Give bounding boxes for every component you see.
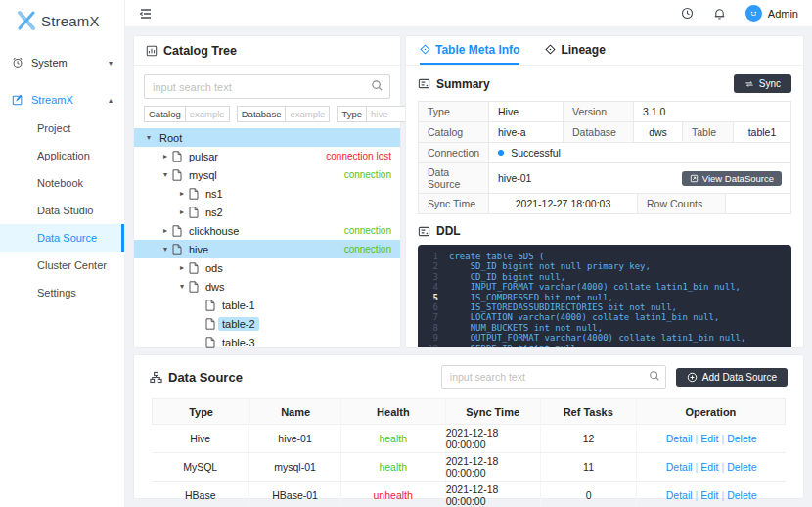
line-number: 6: [418, 302, 449, 312]
detail-link[interactable]: Detail: [666, 489, 693, 501]
clock-icon[interactable]: [681, 7, 694, 20]
delete-link[interactable]: Delete: [727, 433, 756, 444]
brand-logo[interactable]: StreamX: [0, 0, 124, 40]
column-header-operation: Operation: [637, 399, 785, 424]
filter-type: Type: [337, 106, 411, 122]
cell-text: dws: [649, 126, 667, 138]
tree-node-ns1[interactable]: ▸ns1: [134, 184, 400, 203]
caret-down-icon[interactable]: ▾: [142, 133, 156, 142]
tree-node-label[interactable]: mysql: [185, 168, 221, 182]
tree-node-mysql[interactable]: ▾mysqlconnection: [134, 165, 400, 184]
sync-icon: [744, 79, 754, 89]
cell-text: Data Source: [428, 166, 479, 190]
tree-node-label[interactable]: ns2: [202, 206, 227, 219]
filter-input-catalog[interactable]: [185, 106, 230, 122]
tree-node-label[interactable]: dws: [202, 280, 229, 294]
code-text: SERDE_ID bigint null,: [449, 344, 581, 348]
add-data-source-button[interactable]: Add Data Source: [676, 368, 788, 387]
tree-node-label[interactable]: ods: [202, 261, 227, 275]
username[interactable]: Admin: [768, 8, 798, 20]
sidebar-item-project[interactable]: Project: [0, 115, 124, 142]
sidebar-group-streamx[interactable]: StreamX ▴: [0, 85, 124, 115]
summary-row: Sync Time2021-12-27 18:00:03Row Counts: [419, 194, 790, 214]
search-icon[interactable]: [649, 370, 660, 382]
file-icon: [205, 300, 218, 311]
tree-node-ods[interactable]: ▸ods: [134, 258, 400, 277]
detail-link[interactable]: Detail: [666, 433, 693, 444]
tree-node-label[interactable]: clickhouse: [185, 224, 243, 238]
sidebar-item-data-source[interactable]: Data Source: [0, 224, 124, 252]
code-text: CD_ID bigint null,: [449, 272, 565, 282]
detail-link[interactable]: Detail: [666, 461, 693, 473]
type-cell: HBase: [152, 482, 249, 507]
tree-node-label[interactable]: table-3: [218, 336, 259, 349]
catalog-tree-title: Catalog Tree: [163, 44, 237, 58]
filter-input-database[interactable]: [285, 106, 330, 122]
tab-label: Lineage: [561, 43, 605, 57]
sync-button[interactable]: Sync: [734, 74, 791, 93]
tree-node-table-2[interactable]: table-2: [134, 314, 400, 333]
code-text: IS_STOREDASSUBDIRECTORIES bit not null,: [449, 302, 677, 312]
summary-value: [726, 194, 790, 213]
tree-node-label[interactable]: Root: [156, 131, 186, 145]
sidebar-group-label: StreamX: [31, 94, 73, 106]
caret-down-icon[interactable]: ▾: [175, 282, 189, 291]
summary-value: Successful: [489, 143, 790, 162]
sidebar-item-settings[interactable]: Settings: [0, 279, 124, 306]
tree-node-root[interactable]: ▾Root: [134, 128, 400, 147]
tree-node-table-1[interactable]: table-1: [134, 296, 400, 314]
user-avatar[interactable]: [745, 5, 762, 22]
caret-down-icon[interactable]: ▾: [158, 245, 172, 254]
tab-lineage[interactable]: Lineage: [545, 36, 605, 65]
edit-link[interactable]: Edit: [700, 489, 718, 501]
ddl-code-block[interactable]: 1create table SDS (2 SD_ID bigint not nu…: [418, 245, 791, 348]
tree-node-label[interactable]: table-2: [218, 317, 259, 331]
caret-right-icon[interactable]: ▸: [175, 189, 189, 198]
tree-node-pulsar[interactable]: ▸pulsarconnection lost: [134, 147, 400, 165]
op-separator: |: [696, 461, 699, 473]
column-header-type: Type: [153, 399, 250, 424]
sidebar-item-cluster-center[interactable]: Cluster Center: [0, 252, 124, 279]
op-separator: |: [721, 489, 724, 501]
type-cell: Hive: [152, 425, 249, 452]
delete-link[interactable]: Delete: [727, 461, 756, 473]
code-text: INPUT_FORMAT varchar(4000) collate latin…: [449, 282, 741, 292]
caret-down-icon[interactable]: ▾: [158, 170, 172, 179]
tree-node-label[interactable]: hive: [185, 243, 212, 256]
caret-right-icon[interactable]: ▸: [175, 263, 189, 272]
edit-link[interactable]: Edit: [700, 461, 718, 473]
bell-icon[interactable]: [713, 7, 726, 20]
tree-node-table-3[interactable]: table-3: [134, 333, 400, 351]
tree-node-dws[interactable]: ▾dws: [134, 277, 400, 296]
tree-node-label[interactable]: table-1: [218, 299, 259, 312]
ddl-title: DDL: [436, 224, 461, 238]
caret-right-icon[interactable]: ▸: [158, 226, 172, 235]
line-number: 9: [418, 333, 449, 343]
system-icon: [12, 57, 23, 69]
data-source-search-input[interactable]: [441, 365, 666, 389]
edit-link[interactable]: Edit: [700, 433, 718, 444]
delete-link[interactable]: Delete: [727, 489, 756, 501]
tab-table-meta-info[interactable]: Table Meta Info: [420, 36, 519, 65]
file-icon: [205, 337, 218, 348]
menu-fold-icon[interactable]: [139, 7, 153, 21]
tree-node-ns2[interactable]: ▸ns2: [134, 203, 400, 221]
catalog-search-input[interactable]: [144, 74, 390, 99]
sidebar-item-application[interactable]: Application: [0, 142, 124, 169]
search-icon[interactable]: [371, 79, 383, 92]
filter-catalog: Catalog: [144, 106, 230, 122]
tree-node-label[interactable]: pulsar: [185, 150, 222, 163]
tree-node-clickhouse[interactable]: ▸clickhouseconnection: [134, 221, 400, 240]
file-icon: [172, 151, 185, 162]
sidebar-item-notebook[interactable]: Notebook: [0, 169, 124, 197]
tree-node-label[interactable]: ns1: [202, 187, 227, 201]
caret-right-icon[interactable]: ▸: [158, 152, 172, 161]
caret-right-icon[interactable]: ▸: [175, 207, 189, 216]
streamx-logo-icon: [14, 9, 39, 32]
op-separator: |: [696, 489, 699, 501]
code-text: LOCATION varchar(4000) collate latin1_bi…: [449, 312, 719, 322]
tree-node-hive[interactable]: ▾hiveconnection: [134, 240, 400, 258]
sidebar-group-system[interactable]: System ▾: [0, 48, 124, 77]
view-datasource-button[interactable]: View DataSource: [682, 171, 782, 186]
sidebar-item-data-studio[interactable]: Data Studio: [0, 197, 124, 224]
